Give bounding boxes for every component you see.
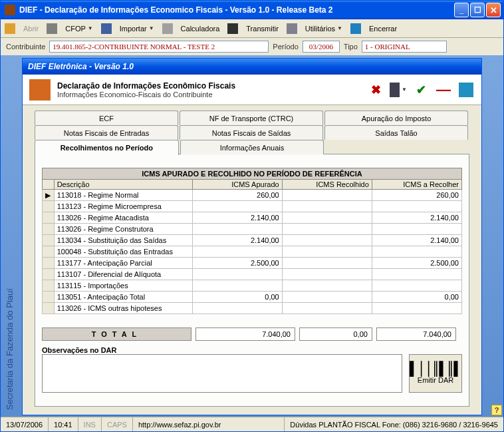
tab-ecf[interactable]: ECF [35,110,178,125]
table-row[interactable]: 113026 - Regime Atacadista2.140,002.140,… [43,212,462,224]
main-toolbar: Abrir CFOP▼ Importar▼ Calculadora Transm… [1,19,503,38]
col-descricao[interactable]: Descrição [54,180,192,190]
periodo-label: Período [273,43,299,51]
table-row[interactable]: 113123 - Regime Microempresa [43,201,462,212]
import-icon [101,23,112,34]
side-branding: Secretaria da Fazenda do Piauí [1,55,18,417]
header-title: Declaração de Informações Econômico Fisc… [57,81,367,91]
contribuinte-label: Contribuinte [6,43,45,51]
tab-nf-transporte[interactable]: NF de Transporte (CTRC) [180,110,323,125]
table-title: ICMS APURADO E RECOLHIDO NO PERÍODO DE R… [43,168,462,180]
toolbar-abrir: Abrir [21,23,41,34]
table-row[interactable]: 113051 - Antecipação Total0,000,00 [43,292,462,303]
total-apurado: 7.040,00 [195,327,295,341]
tipo-label: Tipo [344,43,358,51]
header-subtitle: Informações Economico-Fiscais do Contrib… [57,91,367,99]
transmit-icon [227,23,238,34]
status-bar: 13/07/2006 10:41 INS CAPS http://www.sef… [1,417,503,431]
status-url: http://www.sefaz.pi.gov.br [133,417,285,431]
folder-icon [5,23,15,34]
barcode-icon: ▌││║▌║▌ [410,363,461,375]
table-row[interactable]: 100048 - Substituição das Entradas [43,246,462,258]
tab-recolhimentos[interactable]: Recolhimentos no Período [35,140,179,155]
status-time: 10:41 [49,417,78,431]
tools-icon [287,23,297,34]
periodo-field[interactable] [303,41,340,53]
contribuinte-field[interactable] [49,41,269,53]
main-area: Secretaria da Fazenda do Piauí DIEF Elet… [1,55,503,417]
obs-label: Observações no DAR [42,346,462,354]
col-apurado[interactable]: ICMS Apurado [192,180,282,190]
toolbar-utilitarios[interactable]: Utilitários▼ [303,23,345,34]
tab-saidas-talao[interactable]: Saídas Talão [324,125,468,140]
confirm-icon[interactable]: ✔ [412,81,430,99]
help-icon[interactable]: ? [491,405,502,415]
device-icon[interactable]: ▼ [390,81,407,99]
total-recolhido: 0,00 [299,327,372,341]
table-row[interactable]: ▶113018 - Regime Normal260,00260,00 [43,190,462,201]
calculator-icon [162,23,173,34]
status-help: Dúvidas PLANTÃO FISCAL Fone: (086) 3216-… [285,417,503,431]
info-bar: Contribuinte Período Tipo [1,38,503,55]
toolbar-importar[interactable]: Importar▼ [117,23,157,34]
status-caps: CAPS [102,417,133,431]
toolbar-calculadora[interactable]: Calculadora [178,23,223,34]
app-icon [5,5,15,15]
toolbar-cfop[interactable]: CFOP▼ [63,23,95,34]
inner-window: DIEF Eletrônica - Versão 1.0 Declaração … [22,58,482,415]
exit-door-icon[interactable] [457,81,475,99]
table-row[interactable]: 113177 - Antecipação Parcial2.500,002.50… [43,258,462,269]
tab-nf-entradas[interactable]: Notas Fiscais de Entradas [35,125,178,140]
table-row[interactable]: 113115 - Importações [43,280,462,292]
toolbar-encerrar[interactable]: Encerrar [366,23,400,34]
emitir-dar-button[interactable]: ▌││║▌║▌ Emitir DAR [409,354,462,393]
table-row[interactable]: 113107 - Diferencial de Alíquota [43,269,462,280]
status-date: 13/07/2006 [1,417,49,431]
col-arecolher[interactable]: ICMS a Recolher [372,180,461,190]
minimize-button[interactable]: _ [454,3,469,17]
table-row[interactable]: 113026 - ICMS outras hipoteses [43,303,462,314]
toolbar-transmitir[interactable]: Transmitir [243,23,281,34]
inner-header: Declaração de Informações Econômico Fisc… [23,75,481,105]
maximize-button[interactable]: ☐ [470,3,485,17]
tab-nf-saidas[interactable]: Notas Fiscais de Saídas [180,125,323,140]
icms-table[interactable]: ICMS APURADO E RECOLHIDO NO PERÍODO DE R… [42,168,462,314]
printer-icon[interactable] [47,23,57,34]
col-recolhido[interactable]: ICMS Recolhido [282,180,372,190]
inner-titlebar: DIEF Eletrônica - Versão 1.0 [23,59,481,75]
total-arecolher: 7.040,00 [376,327,456,341]
obs-textarea[interactable] [42,354,402,393]
tab-info-anuais[interactable]: Informações Anuais [180,140,324,154]
outer-titlebar: DIEF - Declaração de Informações Economi… [1,1,503,19]
table-row[interactable]: 113026 - Regime Construtora [43,224,462,235]
tipo-field[interactable] [362,41,447,53]
tab-content: ICMS APURADO E RECOLHIDO NO PERÍODO DE R… [35,154,469,407]
status-ins: INS [78,417,102,431]
cancel-icon[interactable]: ✖ [367,81,384,99]
tab-apuracao[interactable]: Apuração do Imposto [324,110,468,125]
book-icon [29,79,51,101]
window-title: DIEF - Declaração de Informações Economi… [19,5,453,15]
total-label: TOTAL [42,327,191,341]
close-button[interactable]: ✕ [486,3,501,17]
tab-blank [325,140,468,154]
minus-icon[interactable]: — [435,81,452,99]
table-row[interactable]: 113034 - Substituição das Saídas2.140,00… [43,235,462,246]
exit-icon [350,23,361,34]
